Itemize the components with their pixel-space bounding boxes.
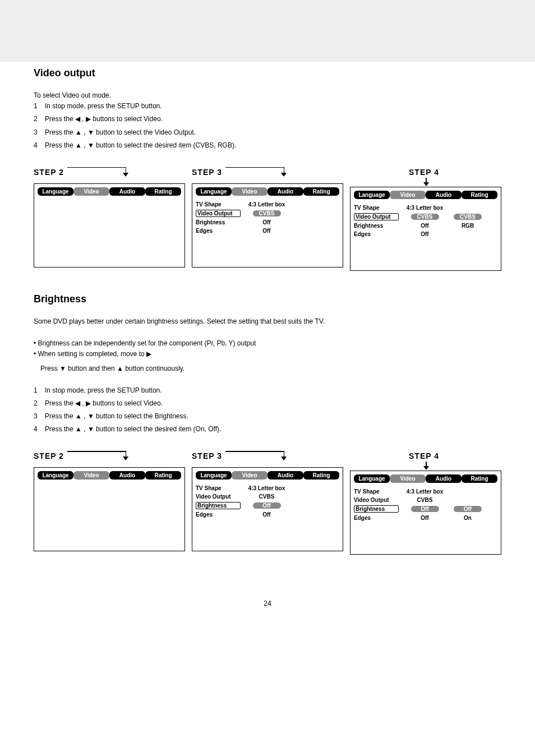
tab-language[interactable]: Language [196,471,232,480]
val-off-hl[interactable]: Off [253,503,281,509]
screen-b3: Language Video Audio Rating TV Shape 4:3… [192,467,343,551]
tab-language[interactable]: Language [354,191,390,199]
opt-videoout: Video Output [354,497,399,503]
tab-rating[interactable]: Rating [145,471,181,480]
tab-audio[interactable]: Audio [268,471,303,480]
screen-a2: Language Video Audio Rating [34,183,185,268]
opt-edges: Edges [196,228,241,234]
opt-brightness[interactable]: Brightness [354,505,399,513]
info3: Press ▼ button and then ▲ button continu… [40,363,501,374]
opt-tvshape: TV Shape [354,488,399,495]
steps-text-a: To select Video out mode. 1In stop mode,… [34,90,501,151]
tab-audio[interactable]: Audio [109,187,145,196]
val-off: Off [401,223,449,229]
steps-row-a: STEP 2 Language Video Audio Rating STEP … [34,164,501,271]
tab-rating[interactable]: Rating [145,187,181,196]
opt-tvshape: TV Shape [196,485,241,491]
tab-video[interactable]: Video [232,187,268,196]
opt-edges: Edges [196,511,241,518]
opt-brightness: Brightness [196,219,241,225]
step4-title: STEP 4 [409,451,439,460]
screen-b4: Language Video Audio Rating TV Shape 4:3… [350,471,501,555]
val-off: Off [243,219,290,225]
tab-audio[interactable]: Audio [426,191,462,199]
val-off-hl[interactable]: Off [411,506,439,512]
val-off: Off [401,515,449,521]
section-video-output: Video output To select Video out mode. 1… [0,62,535,288]
panel-b-step3: STEP 3 Language Video Audio Rating TV Sh… [192,448,343,555]
val-cvbs-opt[interactable]: CVBS [454,214,482,220]
panel-b-step4: STEP 4 Language Video Audio Rating TV Sh… [350,448,501,555]
opt-brightness[interactable]: Brightness [196,502,241,509]
step2-title: STEP 2 [34,168,64,177]
opt-videoout[interactable]: Video Output [196,210,241,217]
heading-video-output: Video output [34,67,501,79]
screen-a4: Language Video Audio Rating TV Shape 4:3… [350,187,501,271]
panel-b-step2: STEP 2 Language Video Audio Rating [34,448,185,555]
steps-text-b: Some DVD plays better under certain brig… [34,316,501,435]
tab-video[interactable]: Video [73,187,109,196]
val-cvbs-hl[interactable]: CVBS [253,210,281,216]
tab-audio[interactable]: Audio [268,187,303,196]
tab-rating[interactable]: Rating [462,191,497,199]
val-tvshape: 4:3 Letter box [401,205,449,211]
opt-videoout[interactable]: Video Output [354,213,399,220]
val-cvbs-hl[interactable]: CVBS [411,214,439,220]
tab-rating[interactable]: Rating [303,471,339,480]
opt-videoout: Video Output [196,494,241,500]
step3-title: STEP 3 [192,168,222,177]
step-a4: Press the ▲ , ▼ button to select the des… [45,141,236,149]
panel-a-step4: STEP 4 Language Video Audio Rating TV Sh… [350,164,501,271]
heading-brightness: Brightness [34,293,501,305]
screen-a3: Language Video Audio Rating TV Shape 4:3… [192,183,343,268]
val-off-opt[interactable]: Off [454,506,482,512]
val-tvshape: 4:3 Letter box [243,201,290,208]
val-off: Off [401,231,449,237]
tab-rating[interactable]: Rating [303,187,339,196]
tab-language[interactable]: Language [38,187,73,196]
val-off: Off [243,228,290,234]
opt-edges: Edges [354,515,399,521]
val-off: Off [243,511,290,518]
tab-rating[interactable]: Rating [462,474,497,483]
tab-language[interactable]: Language [354,474,390,483]
header-band [0,0,535,62]
connector-icon [225,451,343,461]
val-tvshape: 4:3 Letter box [243,485,290,491]
tab-language[interactable]: Language [38,471,73,480]
tab-video[interactable]: Video [232,471,268,480]
connector-icon [67,451,185,461]
val-tvshape: 4:3 Letter box [401,488,449,495]
down-arrow-icon [350,467,501,471]
connector-icon [67,167,185,177]
info1: Brightness can be independently set for … [38,339,256,347]
step-b4: Press the ▲ , ▼ button to select the des… [45,425,221,433]
intro-a: To select Video out mode. [34,90,501,101]
step2-title: STEP 2 [34,451,64,460]
val-on[interactable]: On [451,515,485,521]
page-number: 24 [0,571,535,624]
tab-video[interactable]: Video [390,474,426,483]
step-a1: In stop mode, press the SETUP button. [45,102,162,110]
step-b1: In stop mode, press the SETUP button. [45,386,162,394]
step3-title: STEP 3 [192,451,222,460]
connector-icon [225,167,343,177]
step4-title: STEP 4 [409,168,439,177]
step-a2: Press the ◀ , ▶ buttons to select Video. [45,115,163,123]
intro-b: Some DVD plays better under certain brig… [34,316,501,327]
tab-audio[interactable]: Audio [426,474,462,483]
step-b2: Press the ◀ , ▶ buttons to select Video. [45,399,163,407]
steps-row-b: STEP 2 Language Video Audio Rating STEP … [34,448,501,555]
tab-audio[interactable]: Audio [109,471,145,480]
val-cvbs: CVBS [401,497,449,503]
tab-language[interactable]: Language [196,187,232,196]
tab-video[interactable]: Video [73,471,109,480]
opt-edges: Edges [354,231,399,237]
tab-video[interactable]: Video [390,191,426,199]
info2: When setting is completed, move to ▶ [38,350,151,358]
val-rgb[interactable]: RGB [451,223,485,229]
opt-brightness: Brightness [354,223,399,229]
step-a3: Press the ▲ , ▼ button to select the Vid… [45,128,196,136]
opt-tvshape: TV Shape [196,201,241,208]
opt-tvshape: TV Shape [354,205,399,211]
